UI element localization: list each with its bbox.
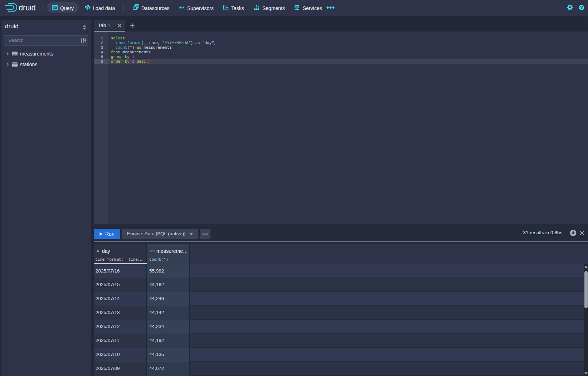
svg-text:?: ?: [580, 5, 583, 10]
